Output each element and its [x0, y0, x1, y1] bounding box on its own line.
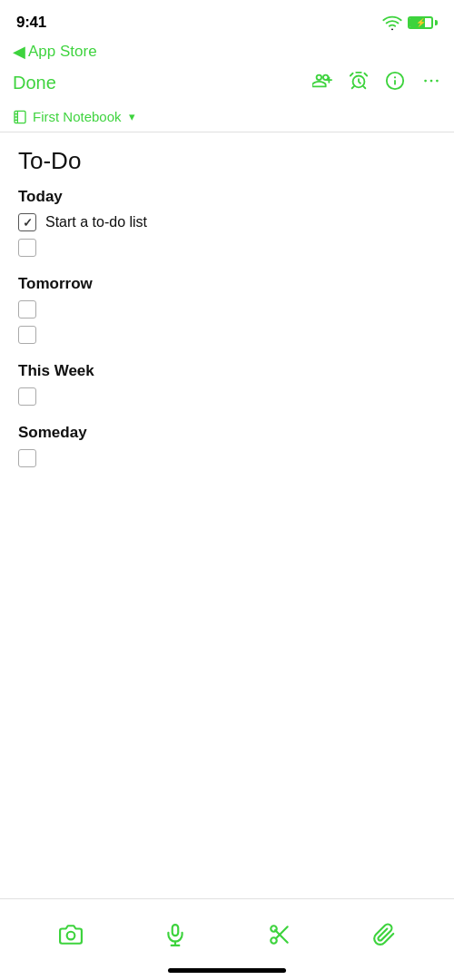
- svg-point-13: [436, 80, 439, 83]
- svg-point-11: [424, 80, 427, 83]
- svg-point-19: [66, 931, 74, 939]
- section-tomorrow: Tomorrow: [18, 275, 436, 344]
- todo-item: [18, 449, 436, 467]
- checkbox-5[interactable]: [18, 387, 36, 406]
- section-heading-this-week: This Week: [18, 362, 436, 380]
- info-icon: [385, 71, 405, 91]
- more-button[interactable]: [421, 71, 441, 94]
- bottom-toolbar: [0, 898, 454, 980]
- svg-point-12: [430, 80, 433, 83]
- svg-point-0: [391, 28, 393, 30]
- section-this-week: This Week: [18, 362, 436, 406]
- toolbar: Done: [0, 67, 454, 102]
- camera-icon: [59, 923, 83, 946]
- info-button[interactable]: [385, 71, 405, 94]
- add-person-icon: [312, 71, 332, 91]
- section-heading-someday: Someday: [18, 424, 436, 442]
- scissors-button[interactable]: [268, 923, 291, 953]
- notebook-chevron-icon: ▾: [129, 110, 135, 123]
- section-today: Today Start a to-do list: [18, 188, 436, 257]
- paperclip-button[interactable]: [372, 923, 396, 953]
- svg-line-6: [352, 86, 354, 88]
- todo-item: [18, 387, 436, 406]
- back-label: App Store: [28, 43, 97, 61]
- bottom-icons: [0, 899, 454, 968]
- status-bar: 9:41 ⚡: [0, 0, 454, 40]
- notebook-name: First Notebook: [33, 109, 122, 124]
- checkbox-6[interactable]: [18, 449, 36, 467]
- more-icon: [421, 71, 441, 91]
- svg-line-26: [281, 936, 287, 942]
- microphone-icon: [163, 923, 187, 946]
- svg-line-4: [350, 74, 353, 76]
- microphone-button[interactable]: [163, 923, 187, 953]
- todo-item: [18, 326, 436, 344]
- svg-line-7: [363, 86, 365, 88]
- camera-button[interactable]: [59, 923, 83, 953]
- section-heading-today: Today: [18, 188, 436, 206]
- notebook-icon: [13, 110, 27, 124]
- todo-item: [18, 300, 436, 318]
- section-heading-tomorrow: Tomorrow: [18, 275, 436, 293]
- alarm-clock-icon: [349, 71, 369, 91]
- svg-line-5: [364, 74, 367, 76]
- add-person-button[interactable]: [312, 71, 332, 94]
- checkbox-4[interactable]: [18, 326, 36, 344]
- todo-item: Start a to-do list: [18, 213, 436, 231]
- toolbar-icons: [312, 71, 441, 94]
- checkbox-3[interactable]: [18, 300, 36, 318]
- note-content: To-Do Today Start a to-do list Tomorrow …: [0, 132, 454, 467]
- todo-text-1: Start a to-do list: [45, 214, 147, 230]
- home-indicator: [168, 968, 286, 973]
- nav-back[interactable]: ◀ App Store: [0, 40, 454, 67]
- note-title: To-Do: [18, 147, 436, 175]
- back-arrow-icon: ◀: [13, 42, 25, 62]
- checkbox-1[interactable]: [18, 213, 36, 231]
- scissors-icon: [268, 923, 291, 946]
- status-icons: ⚡: [382, 13, 438, 33]
- svg-rect-20: [172, 925, 178, 936]
- done-button[interactable]: Done: [13, 73, 56, 93]
- section-someday: Someday: [18, 424, 436, 467]
- notebook-header[interactable]: First Notebook ▾: [0, 102, 454, 132]
- status-time: 9:41: [16, 14, 46, 32]
- paperclip-icon: [372, 923, 396, 946]
- battery-icon: ⚡: [408, 16, 438, 29]
- todo-item: [18, 239, 436, 257]
- alarm-clock-button[interactable]: [349, 71, 369, 94]
- checkbox-2[interactable]: [18, 239, 36, 257]
- wifi-icon: [382, 13, 402, 33]
